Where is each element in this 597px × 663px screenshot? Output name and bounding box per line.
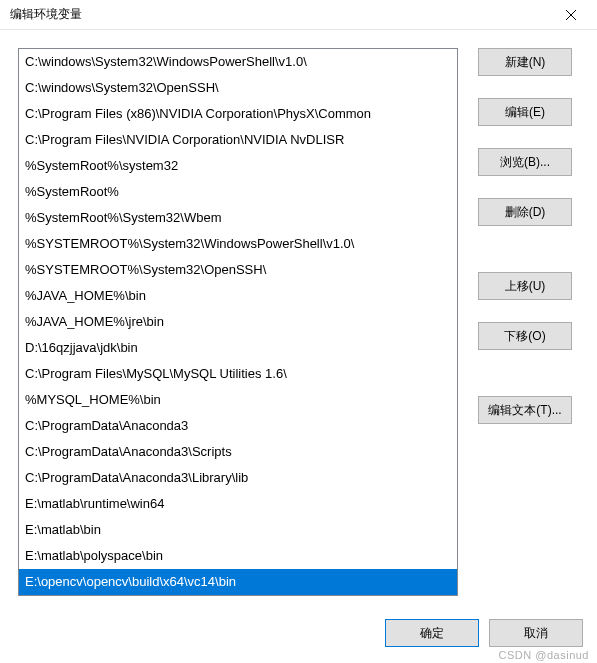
browse-button[interactable]: 浏览(B)... (478, 148, 572, 176)
content-area: C:\windows\System32\WindowsPowerShell\v1… (0, 30, 597, 596)
move-down-button[interactable]: 下移(O) (478, 322, 572, 350)
list-item[interactable]: %SystemRoot% (19, 179, 457, 205)
list-item[interactable]: D:\16qzjjava\jdk\bin (19, 335, 457, 361)
watermark: CSDN @dasinud (499, 649, 589, 661)
path-list[interactable]: C:\windows\System32\WindowsPowerShell\v1… (19, 49, 457, 595)
list-item[interactable]: C:\ProgramData\Anaconda3 (19, 413, 457, 439)
list-item[interactable]: C:\windows\System32\WindowsPowerShell\v1… (19, 49, 457, 75)
list-item[interactable]: %MYSQL_HOME%\bin (19, 387, 457, 413)
new-button[interactable]: 新建(N) (478, 48, 572, 76)
list-item[interactable]: C:\Program Files\NVIDIA Corporation\NVID… (19, 127, 457, 153)
list-item[interactable]: E:\matlab\polyspace\bin (19, 543, 457, 569)
list-item[interactable]: %SYSTEMROOT%\System32\WindowsPowerShell\… (19, 231, 457, 257)
dialog-buttons: 确定 取消 (385, 619, 583, 647)
side-buttons: 新建(N) 编辑(E) 浏览(B)... 删除(D) 上移(U) 下移(O) 编… (478, 48, 572, 596)
move-up-button[interactable]: 上移(U) (478, 272, 572, 300)
path-list-container: C:\windows\System32\WindowsPowerShell\v1… (18, 48, 458, 596)
list-item[interactable]: E:\opencv\opencv\build\x64\vc14\bin (19, 569, 457, 595)
list-item[interactable]: C:\windows\System32\OpenSSH\ (19, 75, 457, 101)
close-icon (566, 10, 576, 20)
delete-button[interactable]: 删除(D) (478, 198, 572, 226)
list-item[interactable]: E:\matlab\bin (19, 517, 457, 543)
titlebar: 编辑环境变量 (0, 0, 597, 30)
list-item[interactable]: C:\Program Files\MySQL\MySQL Utilities 1… (19, 361, 457, 387)
list-item[interactable]: %SystemRoot%\System32\Wbem (19, 205, 457, 231)
list-item[interactable]: C:\Program Files (x86)\NVIDIA Corporatio… (19, 101, 457, 127)
list-item[interactable]: %JAVA_HOME%\bin (19, 283, 457, 309)
list-item[interactable]: %SYSTEMROOT%\System32\OpenSSH\ (19, 257, 457, 283)
list-item[interactable]: %JAVA_HOME%\jre\bin (19, 309, 457, 335)
close-button[interactable] (551, 1, 591, 29)
cancel-button[interactable]: 取消 (489, 619, 583, 647)
window-title: 编辑环境变量 (10, 6, 82, 23)
edit-text-button[interactable]: 编辑文本(T)... (478, 396, 572, 424)
edit-button[interactable]: 编辑(E) (478, 98, 572, 126)
list-item[interactable]: %SystemRoot%\system32 (19, 153, 457, 179)
list-item[interactable]: C:\ProgramData\Anaconda3\Library\lib (19, 465, 457, 491)
list-item[interactable]: C:\ProgramData\Anaconda3\Scripts (19, 439, 457, 465)
ok-button[interactable]: 确定 (385, 619, 479, 647)
list-item[interactable]: E:\matlab\runtime\win64 (19, 491, 457, 517)
